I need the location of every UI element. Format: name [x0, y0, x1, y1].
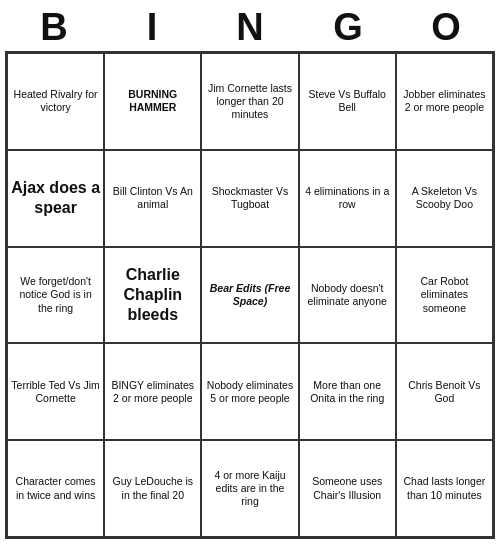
bingo-cell-19[interactable]: Chris Benoit Vs God [396, 343, 493, 440]
bingo-cell-15[interactable]: Terrible Ted Vs Jim Cornette [7, 343, 104, 440]
bingo-cell-10[interactable]: We forget/don't notice God is in the rin… [7, 247, 104, 344]
bingo-cell-3[interactable]: Steve Vs Buffalo Bell [299, 53, 396, 150]
bingo-cell-24[interactable]: Chad lasts longer than 10 minutes [396, 440, 493, 537]
bingo-cell-22[interactable]: 4 or more Kaiju edits are in the ring [201, 440, 298, 537]
bingo-cell-7[interactable]: Shockmaster Vs Tugboat [201, 150, 298, 247]
bingo-cell-16[interactable]: BINGY eliminates 2 or more people [104, 343, 201, 440]
bingo-cell-8[interactable]: 4 eliminations in a row [299, 150, 396, 247]
bingo-cell-21[interactable]: Guy LeDouche is in the final 20 [104, 440, 201, 537]
bingo-letter: O [401, 6, 491, 49]
bingo-cell-0[interactable]: Heated Rivalry for victory [7, 53, 104, 150]
bingo-cell-6[interactable]: Bill Clinton Vs An animal [104, 150, 201, 247]
bingo-cell-11[interactable]: Charlie Chaplin bleeds [104, 247, 201, 344]
bingo-cell-13[interactable]: Nobody doesn't eliminate anyone [299, 247, 396, 344]
bingo-letter: B [9, 6, 99, 49]
bingo-cell-23[interactable]: Someone uses Chair's Illusion [299, 440, 396, 537]
bingo-header: BINGO [5, 0, 495, 51]
bingo-cell-1[interactable]: BURNING HAMMER [104, 53, 201, 150]
bingo-cell-2[interactable]: Jim Cornette lasts longer than 20 minute… [201, 53, 298, 150]
bingo-cell-4[interactable]: Jobber eliminates 2 or more people [396, 53, 493, 150]
bingo-cell-9[interactable]: A Skeleton Vs Scooby Doo [396, 150, 493, 247]
bingo-letter: G [303, 6, 393, 49]
bingo-cell-18[interactable]: More than one Onita in the ring [299, 343, 396, 440]
bingo-cell-5[interactable]: Ajax does a spear [7, 150, 104, 247]
bingo-grid: Heated Rivalry for victoryBURNING HAMMER… [5, 51, 495, 539]
bingo-cell-20[interactable]: Character comes in twice and wins [7, 440, 104, 537]
bingo-cell-17[interactable]: Nobody eliminates 5 or more people [201, 343, 298, 440]
bingo-cell-12[interactable]: Bear Edits (Free Space) [201, 247, 298, 344]
bingo-letter: N [205, 6, 295, 49]
bingo-cell-14[interactable]: Car Robot eliminates someone [396, 247, 493, 344]
bingo-letter: I [107, 6, 197, 49]
